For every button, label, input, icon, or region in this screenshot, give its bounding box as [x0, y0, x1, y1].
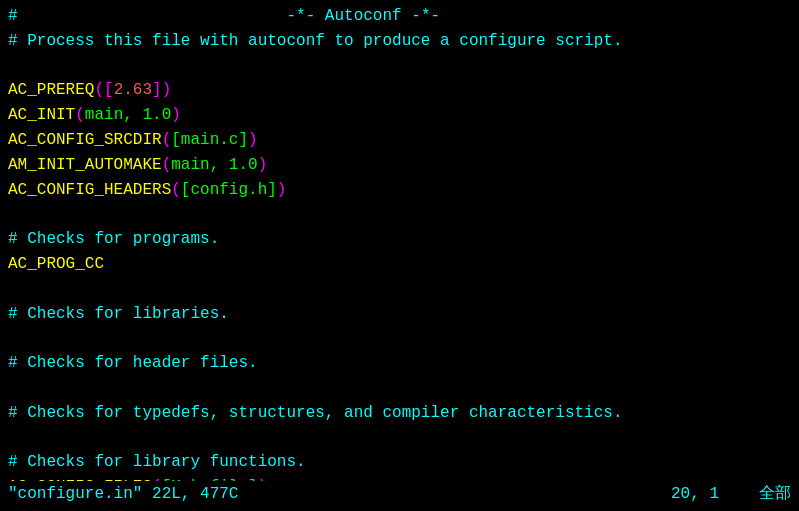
- code-token: AC_CONFIG_HEADERS: [8, 181, 171, 199]
- status-view: 全部: [759, 483, 791, 505]
- code-line: AC_PROG_CC: [8, 252, 791, 277]
- code-token: # Checks for typedefs, structures, and c…: [8, 404, 623, 422]
- code-token: AM_INIT_AUTOMAKE: [8, 156, 162, 174]
- status-filename: "configure.in" 22L, 477C: [8, 483, 238, 505]
- code-line: [8, 376, 791, 401]
- code-token: #: [8, 7, 18, 25]
- status-right: 20, 1 全部: [671, 483, 791, 505]
- code-token: # Process this file with autoconf to pro…: [8, 32, 623, 50]
- code-line: AC_PREREQ([2.63]): [8, 78, 791, 103]
- code-token: (: [171, 181, 181, 199]
- code-line: # Checks for header files.: [8, 351, 791, 376]
- code-line: AC_INIT(main, 1.0): [8, 103, 791, 128]
- code-token: [: [104, 81, 114, 99]
- code-token: ): [248, 131, 258, 149]
- code-token: AC_CONFIG_SRCDIR: [8, 131, 162, 149]
- code-line: # -*- Autoconf -*-: [8, 4, 791, 29]
- status-position: 20, 1: [671, 483, 719, 505]
- code-token: (: [94, 81, 104, 99]
- code-token: (: [162, 131, 172, 149]
- code-token: -*- Autoconf -*-: [18, 7, 440, 25]
- code-token: (: [162, 156, 172, 174]
- code-token: ): [277, 181, 287, 199]
- code-token: # Checks for libraries.: [8, 305, 229, 323]
- code-line: [8, 54, 791, 79]
- code-token: main, 1.0: [85, 106, 171, 124]
- status-bar: "configure.in" 22L, 477C 20, 1 全部: [8, 481, 791, 507]
- code-line: AM_INIT_AUTOMAKE(main, 1.0): [8, 153, 791, 178]
- code-line: AC_CONFIG_SRCDIR([main.c]): [8, 128, 791, 153]
- code-line: # Checks for libraries.: [8, 302, 791, 327]
- code-token: # Checks for library functions.: [8, 453, 306, 471]
- code-line: # Process this file with autoconf to pro…: [8, 29, 791, 54]
- code-token: ): [162, 81, 172, 99]
- code-token: [config.h]: [181, 181, 277, 199]
- code-token: (: [75, 106, 85, 124]
- code-line: # Checks for library functions.: [8, 450, 791, 475]
- code-token: [main.c]: [171, 131, 248, 149]
- code-token: ]: [152, 81, 162, 99]
- code-line: AC_CONFIG_HEADERS([config.h]): [8, 178, 791, 203]
- editor-container: # -*- Autoconf -*-# Process this file wi…: [0, 0, 799, 511]
- code-token: ): [171, 106, 181, 124]
- code-token: main, 1.0: [171, 156, 257, 174]
- code-token: AC_PREREQ: [8, 81, 94, 99]
- code-token: ): [258, 156, 268, 174]
- code-area: # -*- Autoconf -*-# Process this file wi…: [8, 4, 791, 481]
- code-line: [8, 326, 791, 351]
- code-token: AC_PROG_CC: [8, 255, 104, 273]
- code-token: # Checks for header files.: [8, 354, 258, 372]
- code-token: # Checks for programs.: [8, 230, 219, 248]
- code-token: AC_INIT: [8, 106, 75, 124]
- code-line: [8, 202, 791, 227]
- code-line: # Checks for programs.: [8, 227, 791, 252]
- code-token: 2.63: [114, 81, 152, 99]
- code-line: [8, 426, 791, 451]
- code-line: [8, 277, 791, 302]
- code-line: # Checks for typedefs, structures, and c…: [8, 401, 791, 426]
